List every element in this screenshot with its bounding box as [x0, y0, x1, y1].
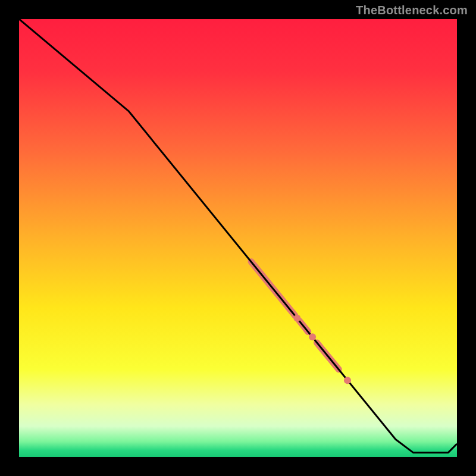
chart-stage: TheBottleneck.com [0, 0, 476, 476]
highlight-dot [293, 315, 300, 322]
watermark-text: TheBottleneck.com [356, 4, 468, 17]
gradient-background [19, 19, 457, 457]
plot-area [19, 19, 457, 457]
highlight-dot [344, 377, 351, 384]
chart-svg [19, 19, 457, 457]
highlight-dot [309, 333, 316, 340]
